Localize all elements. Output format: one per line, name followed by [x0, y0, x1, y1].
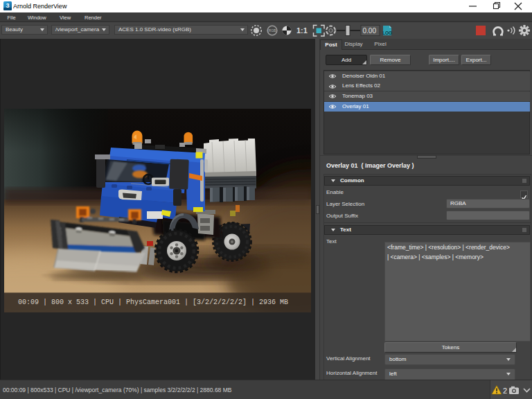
svg-text:RGB: RGB [269, 28, 277, 33]
svg-text:3: 3 [6, 2, 9, 9]
svg-text:0.00: 0.00 [363, 26, 377, 34]
svg-text:2: 2 [503, 387, 507, 395]
svg-text:LOG: LOG [382, 30, 392, 35]
svg-text:00:09 | 800 x 533 | CPU | Phys: 00:09 | 800 x 533 | CPU | PhysCamera001 … [18, 299, 288, 306]
svg-text:1:1: 1:1 [296, 26, 308, 35]
